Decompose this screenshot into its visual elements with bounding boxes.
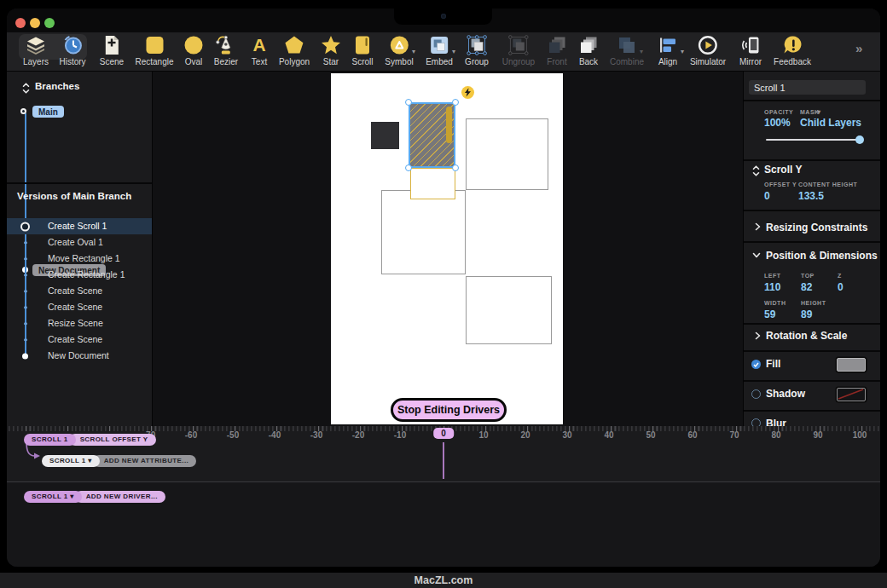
driven-attribute-track: SCROLL 1SCROLL OFFSET Y: [24, 429, 156, 446]
outline-rectangle-layer[interactable]: [466, 118, 548, 190]
stop-editing-drivers-button[interactable]: Stop Editing Drivers: [391, 398, 507, 422]
content-height-value[interactable]: 133.5: [798, 190, 824, 202]
version-row[interactable]: Move Rectangle 1: [7, 251, 152, 267]
selection-handle[interactable]: [405, 164, 412, 171]
version-list: Create Scroll 1 Create Oval 1 Move Recta…: [7, 218, 152, 364]
selected-scroll-layer[interactable]: [409, 102, 455, 168]
version-row[interactable]: Create Rectangle 1: [7, 267, 152, 283]
dark-rectangle-layer[interactable]: [371, 122, 399, 149]
toolbar-item-layers[interactable]: Layers: [23, 34, 49, 66]
mask-value[interactable]: Child Layers: [800, 117, 861, 129]
branch-pill-main[interactable]: Main: [32, 106, 64, 118]
z-value[interactable]: 0: [838, 281, 844, 293]
opacity-slider-track[interactable]: [766, 139, 863, 141]
height-value[interactable]: 89: [801, 308, 812, 320]
shadow-section[interactable]: Shadow: [766, 388, 805, 400]
inspector-panel: OPACITY MASK ▾ 100% Child Layers Scroll …: [743, 72, 880, 426]
width-label: WIDTH: [764, 300, 786, 306]
top-value[interactable]: 82: [801, 281, 812, 293]
toolbar-item-label: Combine: [610, 57, 644, 66]
version-row[interactable]: Create Oval 1: [7, 234, 152, 251]
ruler-tick: 70: [729, 430, 739, 440]
ungroup-icon: [507, 34, 530, 56]
version-row[interactable]: Create Scroll 1: [7, 218, 152, 234]
driver-layer-pill[interactable]: SCROLL 1 ▾: [42, 455, 100, 467]
close-window-button[interactable]: [15, 18, 26, 28]
toolbar-item-back[interactable]: Back: [577, 34, 600, 66]
selection-handle[interactable]: [452, 164, 459, 171]
toolbar-item-scene[interactable]: Scene: [100, 34, 124, 66]
blur-section[interactable]: Blur: [766, 418, 786, 426]
outline-rectangle-layer[interactable]: [381, 190, 466, 274]
layer-pill[interactable]: SCROLL 1: [24, 434, 76, 446]
camera-dot: [441, 14, 446, 19]
divider: [744, 100, 880, 101]
resizing-constraints-section[interactable]: Resizing Constraints: [766, 222, 867, 233]
selection-handle[interactable]: [452, 99, 459, 106]
scroll-sort-icon[interactable]: [752, 165, 760, 176]
mask-caret-icon[interactable]: ▾: [817, 108, 821, 116]
toolbar-item-history[interactable]: History: [59, 34, 85, 66]
fill-enabled-checkbox[interactable]: [751, 360, 761, 369]
scene-icon: [101, 34, 123, 56]
ruler-tick: 30: [562, 430, 571, 440]
toolbar-item-mirror[interactable]: Mirror: [739, 34, 762, 66]
fill-section[interactable]: Fill: [766, 358, 780, 370]
toolbar-item-scroll[interactable]: Scroll: [351, 34, 374, 66]
scroll-section-title[interactable]: Scroll Y: [764, 164, 802, 176]
branches-sort-icon[interactable]: [22, 83, 30, 94]
height-label: HEIGHT: [801, 300, 826, 306]
shadow-enabled-checkbox[interactable]: [751, 389, 761, 399]
outline-rectangle-layer[interactable]: [466, 276, 552, 344]
version-row[interactable]: Create Scene: [7, 331, 152, 348]
toolbar-item-simulator[interactable]: Simulator: [690, 34, 726, 66]
playhead[interactable]: 0: [433, 428, 454, 439]
branch-head-node[interactable]: [20, 108, 26, 114]
selection-handle[interactable]: [405, 99, 412, 106]
position-dimensions-section[interactable]: Position & Dimensions: [766, 250, 878, 262]
chevron-down-icon: [752, 252, 761, 258]
toolbar-item-label: Scroll: [351, 57, 374, 66]
blur-enabled-checkbox[interactable]: [751, 418, 761, 426]
version-row[interactable]: Create Scene: [7, 299, 152, 315]
ruler-tick: 20: [520, 430, 530, 440]
macbook-chin: MacZL.com: [0, 573, 887, 588]
rectangle-icon: [143, 34, 165, 56]
toolbar-item-star[interactable]: Star: [320, 34, 342, 66]
left-value[interactable]: 110: [764, 281, 780, 293]
toolbar-item-text[interactable]: A Text: [248, 34, 270, 66]
add-new-driver-button[interactable]: ADD NEW DRIVER...: [75, 491, 165, 503]
fill-color-swatch[interactable]: [837, 358, 866, 372]
driver-row-layer-pill[interactable]: SCROLL 1 ▾: [24, 491, 82, 503]
layer-name-input[interactable]: [749, 80, 866, 95]
version-row[interactable]: Resize Scene: [7, 315, 152, 331]
align-icon: ▾: [657, 34, 679, 56]
toolbar-item-align[interactable]: ▾ Align: [657, 34, 679, 66]
zoom-window-button[interactable]: [44, 18, 55, 28]
add-new-attribute-button[interactable]: ADD NEW ATTRIBUTE...: [93, 455, 197, 467]
toolbar-item-rectangle[interactable]: Rectangle: [135, 34, 173, 66]
opacity-slider-knob[interactable]: [855, 135, 864, 144]
version-row[interactable]: Create Scene: [7, 283, 152, 299]
toolbar-item-bezier[interactable]: Bezier: [214, 34, 238, 66]
toolbar-item-label: Front: [546, 57, 568, 66]
offset-y-value[interactable]: 0: [764, 190, 770, 202]
toolbar-item-embed[interactable]: ▾ Embed: [426, 34, 453, 66]
playhead-line: [443, 442, 444, 479]
rotation-scale-section[interactable]: Rotation & Scale: [766, 330, 847, 342]
toolbar-item-symbol[interactable]: ▾ Symbol: [385, 34, 413, 66]
version-row[interactable]: New Document: [7, 348, 152, 364]
driver-bolt-badge[interactable]: [461, 86, 474, 99]
attribute-pill[interactable]: SCROLL OFFSET Y: [69, 434, 156, 446]
toolbar-item-polygon[interactable]: Polygon: [279, 34, 310, 66]
scene-canvas[interactable]: Stop Editing Drivers: [331, 73, 563, 424]
toolbar-overflow-chevron[interactable]: »: [855, 41, 862, 55]
width-value[interactable]: 59: [764, 308, 775, 320]
opacity-value[interactable]: 100%: [764, 117, 791, 129]
driver-timeline: -70 -60 -50 -40 -30 -20 -10 10 20 30 40 …: [7, 426, 880, 567]
shadow-color-swatch[interactable]: [837, 388, 866, 401]
toolbar-item-oval[interactable]: Oval: [183, 34, 205, 66]
toolbar-item-group[interactable]: Group: [465, 34, 489, 66]
toolbar-item-feedback[interactable]: Feedback: [774, 34, 811, 66]
minimize-window-button[interactable]: [30, 18, 40, 28]
